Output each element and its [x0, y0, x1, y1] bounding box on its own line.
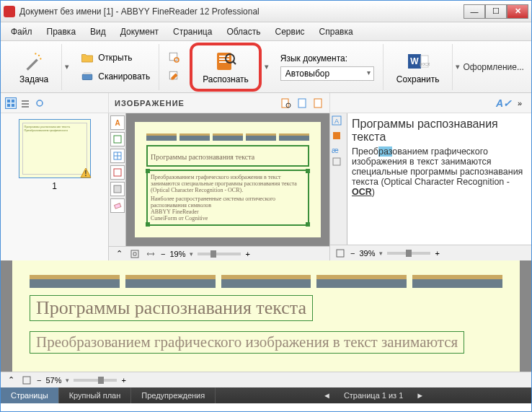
view-list-icon[interactable] [19, 97, 31, 109]
tab-warnings[interactable]: Предупреждения [131, 387, 216, 403]
recognized-text[interactable]: Программы распознавания текста Преобразо… [347, 113, 531, 260]
read-image-button[interactable] [167, 50, 182, 66]
bfit-icon[interactable] [21, 374, 32, 386]
folder-open-icon [81, 51, 94, 64]
rzoom-out[interactable]: − [350, 249, 355, 258]
read-image-icon [168, 51, 181, 64]
rtool-box-icon[interactable] [332, 131, 345, 144]
menu-document[interactable]: Документ [115, 25, 164, 39]
thumbnails-panel: Программы распознавания текстаПреобразов… [1, 113, 109, 260]
text-style-icon[interactable]: A✓ [498, 97, 510, 109]
text-pane: A æ Программы распознавания текста Преоб… [329, 113, 531, 260]
fit-width-icon[interactable] [145, 248, 156, 260]
svg-text:!: ! [84, 170, 87, 177]
page-prev[interactable]: ◄ [319, 391, 335, 400]
statusbar: Страницы Крупный план Предупреждения ◄ С… [1, 387, 531, 403]
task-expand[interactable]: ▾ [62, 62, 72, 71]
svg-rect-5 [169, 53, 177, 61]
tool-eraser-icon[interactable] [110, 198, 125, 213]
svg-rect-3 [83, 74, 93, 80]
subheader: ИЗОБРАЖЕНИЕ A✓ » [1, 93, 531, 113]
menu-tools[interactable]: Сервис [270, 25, 311, 39]
format-button[interactable]: Оформление... [463, 62, 528, 72]
open-button[interactable]: Открыть [79, 50, 133, 66]
doc-list1: ABBYY FineReader [151, 209, 305, 215]
close-button[interactable]: ✕ [507, 4, 528, 19]
page-tool2-icon[interactable] [312, 97, 324, 109]
toolbar-overflow[interactable]: » [528, 63, 532, 71]
scan-button[interactable]: Сканировать [79, 69, 151, 84]
tool-picture-icon[interactable] [110, 165, 125, 180]
bzoom-value: 57% [45, 376, 61, 385]
save-expand[interactable]: ▾ [453, 62, 463, 71]
doc-list2: CuneiForm от Cognitive [151, 215, 305, 222]
doc-body: Преобразованием графического изображения… [151, 174, 305, 193]
svg-rect-17 [7, 100, 10, 102]
pane-label: ИЗОБРАЖЕНИЕ [115, 99, 185, 108]
svg-rect-9 [219, 56, 229, 57]
lang-select[interactable]: Автовыбор [280, 66, 374, 81]
bzoom-in[interactable]: + [121, 376, 125, 385]
text-overflow-icon[interactable]: » [514, 97, 526, 109]
recognize-expand[interactable]: ▾ [262, 62, 272, 71]
bzoom-slider[interactable] [74, 379, 117, 382]
page-tool-icon[interactable] [296, 97, 308, 109]
zoom-page-icon[interactable] [280, 97, 292, 109]
fit-icon[interactable] [129, 248, 141, 260]
scanner-icon [81, 70, 94, 83]
maximize-button[interactable]: ☐ [485, 4, 507, 19]
recognize-button[interactable]: Распознать [197, 47, 254, 87]
minimize-button[interactable]: — [464, 4, 485, 19]
rfit-icon[interactable] [334, 247, 346, 259]
rtool-char-icon[interactable] [332, 157, 345, 170]
svg-rect-40 [333, 132, 340, 139]
workarea: Программы распознавания текстаПреобразов… [1, 113, 531, 260]
svg-point-2 [35, 53, 36, 54]
menu-view[interactable]: Вид [84, 25, 112, 39]
doc-title: Программы распознавания текста [151, 153, 254, 161]
zoom-pane[interactable]: Программы распознавания текста Преобразо… [1, 260, 531, 387]
zoom-out[interactable]: − [161, 250, 165, 258]
page-info: Страница 1 из 1 [335, 391, 412, 400]
save-button[interactable]: WDOCX Сохранить [391, 47, 445, 87]
task-button[interactable]: Задача [14, 47, 54, 87]
bzoom-out[interactable]: − [37, 376, 41, 385]
tool-area-icon[interactable] [110, 132, 125, 146]
menu-page[interactable]: Страница [167, 25, 218, 39]
svg-rect-34 [114, 169, 121, 176]
rzoom-in[interactable]: + [435, 249, 439, 258]
zoom-slider[interactable] [198, 253, 241, 255]
rtext-body: Преобразованием графического изображения… [352, 146, 527, 197]
big-body: Преобразованием графического изображения… [30, 331, 464, 354]
edit-image-button[interactable] [167, 69, 182, 84]
page-next[interactable]: ► [412, 391, 428, 400]
rzoom-slider[interactable] [387, 252, 430, 255]
nav-up-icon[interactable]: ⌃ [113, 248, 125, 260]
rtool-ae-icon[interactable]: æ [332, 146, 345, 154]
menu-area[interactable]: Область [221, 25, 266, 39]
app-icon [4, 6, 15, 17]
svg-rect-10 [219, 58, 229, 60]
svg-rect-41 [333, 158, 340, 165]
svg-rect-43 [23, 377, 30, 384]
svg-rect-19 [7, 104, 10, 107]
menu-file[interactable]: Файл [5, 25, 38, 39]
zoom-in[interactable]: + [245, 250, 249, 258]
bnav-up-icon[interactable]: ⌃ [5, 374, 17, 386]
rtool-a-icon[interactable]: A [332, 115, 345, 128]
tool-table-icon[interactable] [110, 149, 125, 163]
view-thumbnails-icon[interactable] [5, 97, 17, 109]
thumbnail-preview: Программы распознавания текстаПреобразов… [22, 123, 87, 175]
tab-zoom[interactable]: Крупный план [59, 387, 132, 403]
doc-extra: Наиболее распространенные системы оптиче… [151, 196, 305, 209]
menu-edit[interactable]: Правка [41, 25, 82, 39]
tool-text-icon[interactable]: A [110, 115, 125, 130]
tool-background-icon[interactable] [110, 182, 125, 196]
tab-pages[interactable]: Страницы [1, 387, 59, 403]
zoom-value: 19% [169, 250, 185, 258]
view-settings-icon[interactable] [34, 97, 45, 109]
svg-rect-20 [12, 104, 14, 107]
document-view[interactable]: Программы распознавания текста Преобразо… [126, 113, 329, 246]
page-thumbnail[interactable]: Программы распознавания текстаПреобразов… [19, 119, 91, 178]
menu-help[interactable]: Справка [314, 25, 359, 39]
